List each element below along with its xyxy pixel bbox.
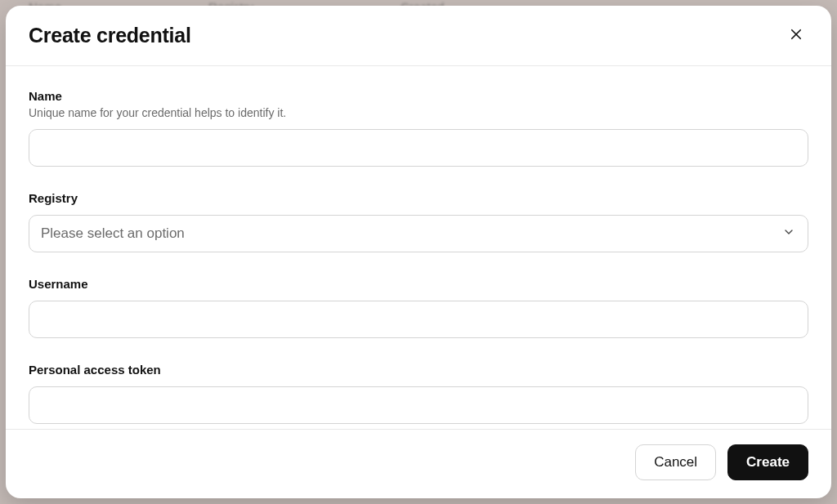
registry-select[interactable]: Please select an option [29, 215, 808, 252]
name-input[interactable] [29, 129, 808, 167]
token-label: Personal access token [29, 363, 808, 377]
registry-label: Registry [29, 191, 808, 205]
cancel-button[interactable]: Cancel [635, 444, 716, 480]
create-button[interactable]: Create [727, 444, 808, 480]
name-description: Unique name for your credential helps to… [29, 106, 808, 119]
username-label: Username [29, 277, 808, 291]
registry-select-placeholder: Please select an option [41, 225, 185, 242]
modal-title: Create credential [29, 24, 191, 47]
field-name: Name Unique name for your credential hel… [29, 89, 808, 167]
modal-header: Create credential [6, 6, 831, 66]
close-button[interactable] [784, 22, 808, 49]
modal-footer: Cancel Create [6, 429, 831, 498]
username-input[interactable] [29, 301, 808, 338]
field-username: Username [29, 277, 808, 338]
field-token: Personal access token [29, 363, 808, 424]
create-credential-modal: Create credential Name Unique name for y… [6, 6, 831, 498]
field-registry: Registry Please select an option [29, 191, 808, 252]
close-icon [789, 27, 803, 44]
name-label: Name [29, 89, 808, 103]
token-input[interactable] [29, 386, 808, 424]
registry-select-wrap: Please select an option [29, 215, 808, 252]
modal-body: Name Unique name for your credential hel… [6, 66, 831, 429]
